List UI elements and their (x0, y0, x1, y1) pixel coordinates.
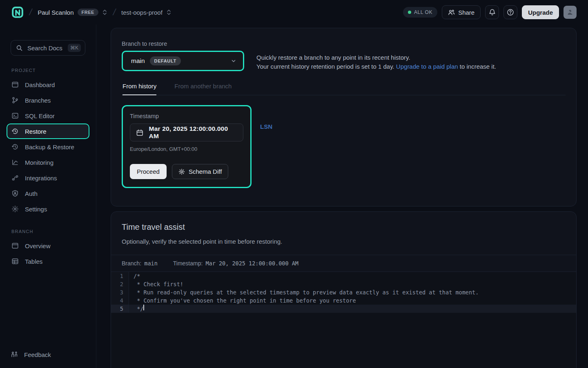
breadcrumb-separator: / (28, 7, 33, 18)
backup-restore-icon (11, 143, 19, 150)
code-line: 2 * Check first! (111, 280, 576, 288)
default-badge: DEFAULT (150, 56, 181, 65)
help-icon (507, 9, 514, 16)
code-text: /* (129, 272, 140, 280)
time-travel-title: Time travel assist (122, 222, 565, 232)
code-text: * Confirm you've chosen the right point … (129, 296, 356, 305)
meta-timestamp-value: Mar 20, 2025 12:00:00.000 AM (205, 260, 298, 267)
integrations-icon (11, 174, 19, 182)
share-people-icon (448, 9, 455, 16)
upgrade-button[interactable]: Upgrade (522, 5, 559, 19)
time-travel-subtitle: Optionally, verify the selected point in… (122, 238, 565, 245)
status-badge[interactable]: ALL OK (403, 7, 437, 18)
share-button[interactable]: Share (442, 5, 481, 19)
restore-panel: Branch to restore main DEFAULT Quickly r… (111, 28, 577, 206)
monitoring-icon (11, 159, 19, 166)
timezone-label: Europe/London, GMT+00:00 (130, 146, 243, 152)
sql-query-editor[interactable]: 1 /* 2 * Check first! 3 * Run read-only … (111, 272, 576, 368)
meta-branch-value: main (144, 260, 158, 267)
line-number: 4 (111, 296, 129, 305)
help-button[interactable] (503, 5, 517, 19)
breadcrumb-separator: / (112, 7, 117, 18)
feedback-label: Feedback (24, 351, 51, 358)
org-selector[interactable]: Paul Scanlon FREE (38, 9, 107, 16)
sidebar-item-settings[interactable]: Settings (7, 201, 89, 217)
notifications-button[interactable] (485, 5, 499, 19)
description-line1: Quickly restore a branch to any point in… (256, 53, 496, 62)
code-line: 1 /* (111, 272, 576, 280)
timestamp-card: Timestamp Mar 20, 2025 12:00:00.000 AM E… (122, 105, 252, 188)
project-name: test-oops-proof (121, 9, 163, 16)
branch-select-dropdown[interactable]: main DEFAULT (122, 51, 244, 71)
overview-icon (11, 242, 19, 249)
tab-from-history[interactable]: From history (122, 83, 156, 95)
description-line2-suffix: to increase it. (458, 63, 496, 70)
sidebar-item-sql-editor[interactable]: SQL Editor (7, 108, 89, 123)
lsn-link[interactable]: LSN (260, 123, 272, 130)
meta-timestamp-label: Timestamp: (173, 260, 203, 267)
sidebar-item-label: Backup & Restore (25, 144, 74, 150)
share-label: Share (458, 9, 474, 16)
header-actions: ALL OK Share Upgrade (403, 5, 577, 19)
auth-icon (11, 190, 19, 197)
timestamp-value: Mar 20, 2025 12:00:00.000 AM (149, 125, 237, 140)
plan-badge: FREE (78, 9, 98, 16)
sidebar-item-branches[interactable]: Branches (7, 92, 89, 108)
timestamp-label: Timestamp (130, 113, 243, 119)
text-cursor (143, 305, 144, 310)
sidebar-item-auth[interactable]: Auth (7, 186, 89, 201)
bell-icon (489, 9, 496, 16)
sidebar-item-overview[interactable]: Overview (7, 238, 89, 254)
calendar-icon (136, 129, 144, 137)
sidebar-item-label: Integrations (25, 175, 57, 182)
sql-editor-icon (11, 112, 19, 119)
project-selector[interactable]: test-oops-proof (121, 9, 172, 16)
feedback-button[interactable]: Feedback (11, 351, 85, 358)
main-content: Branch to restore main DEFAULT Quickly r… (96, 25, 588, 368)
code-text: */ (129, 305, 143, 313)
avatar[interactable] (564, 6, 577, 19)
sidebar-item-label: Settings (25, 206, 47, 213)
code-text: * Check first! (129, 280, 183, 288)
search-icon (16, 45, 23, 52)
section-label-branch: BRANCH (11, 229, 85, 234)
sidebar-item-label: Monitoring (25, 159, 53, 166)
sidebar-item-dashboard[interactable]: Dashboard (7, 77, 89, 92)
search-docs-input[interactable]: Search Docs ⌘K (11, 40, 85, 56)
upgrade-plan-link[interactable]: Upgrade to a paid plan (396, 63, 458, 70)
chevron-updown-icon (166, 9, 172, 16)
sidebar-item-label: Tables (25, 258, 42, 265)
schema-diff-button[interactable]: Schema Diff (172, 164, 228, 179)
code-line: 4 * Confirm you've chosen the right poin… (111, 296, 576, 305)
chevron-updown-icon (102, 9, 107, 16)
feedback-people-icon (11, 351, 18, 358)
sidebar-item-label: Overview (25, 242, 51, 249)
proceed-button[interactable]: Proceed (130, 164, 167, 179)
timestamp-picker[interactable]: Mar 20, 2025 12:00:00.000 AM (130, 123, 243, 141)
sidebar-item-tables[interactable]: Tables (7, 254, 89, 269)
sidebar-item-integrations[interactable]: Integrations (7, 170, 89, 186)
line-number: 2 (111, 280, 129, 288)
sidebar-item-label: SQL Editor (25, 112, 55, 119)
neon-logo-icon (11, 6, 24, 18)
sidebar-item-backup-restore[interactable]: Backup & Restore (7, 139, 89, 155)
sidebar-item-label: Branches (25, 97, 51, 104)
tables-icon (11, 258, 19, 265)
status-label: ALL OK (414, 9, 432, 15)
sidebar-item-label: Dashboard (25, 81, 55, 88)
schema-diff-icon (178, 168, 185, 175)
description-line2: Your current history retention period is… (256, 62, 496, 71)
branches-icon (11, 96, 19, 104)
sidebar-item-label: Auth (25, 190, 38, 197)
meta-branch: Branch: main (122, 260, 158, 267)
neon-logo[interactable] (11, 6, 24, 18)
sidebar-item-monitoring[interactable]: Monitoring (7, 155, 89, 170)
sidebar-item-restore[interactable]: Restore (7, 123, 89, 139)
meta-branch-label: Branch: (122, 260, 141, 267)
branch-to-restore-label: Branch to restore (122, 40, 566, 47)
description-line2-prefix: Your current history retention period is… (256, 63, 396, 70)
code-text: * Run read-only queries at the selected … (129, 288, 479, 296)
org-name: Paul Scanlon (38, 9, 74, 16)
tab-from-another-branch[interactable]: From another branch (174, 83, 232, 95)
restore-icon (11, 128, 19, 135)
